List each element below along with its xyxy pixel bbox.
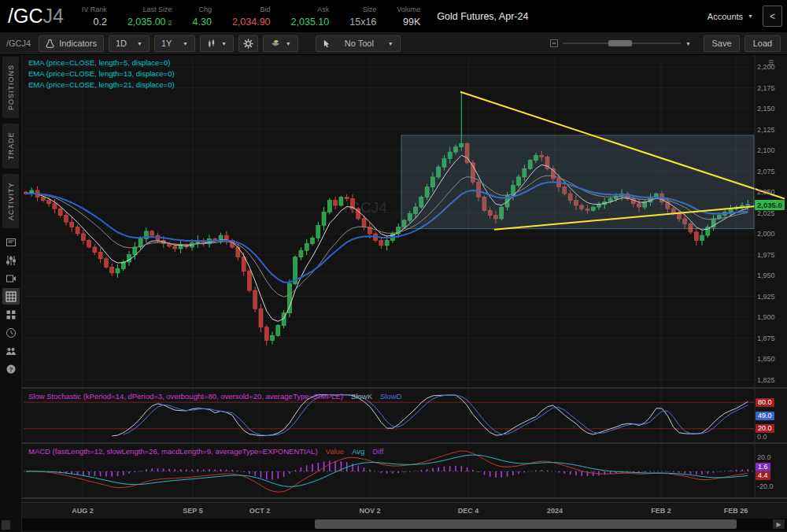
stochastic-title-row: Slow Stochastic (kPeriod=14, dPeriod=3, …	[28, 392, 401, 401]
macd-diff-badge: 1.6	[756, 463, 770, 471]
instrument-description: Gold Futures, Apr-24	[437, 11, 528, 22]
chart-settings-button[interactable]	[238, 35, 258, 52]
quote-field-label: Chg	[198, 6, 212, 13]
price-tick: 2,075	[757, 168, 775, 175]
price-tick: 1,900	[757, 313, 775, 321]
study-label-ema-13[interactable]: EMA (price=CLOSE, length=13, displace=0)	[28, 69, 175, 78]
symbol-title: /GCJ4	[8, 5, 64, 28]
quote-field-label: Last Size	[143, 6, 172, 13]
layers-icon	[270, 39, 281, 48]
date-tick: OCT 2	[249, 507, 271, 515]
chevron-down-icon: ▼	[748, 13, 753, 19]
range-dropdown[interactable]: 1Y▼	[154, 35, 195, 52]
dashboard-icon[interactable]	[2, 306, 20, 323]
drawing-tool-dropdown[interactable]: No Tool▼	[316, 35, 401, 52]
price-tick: 1,950	[757, 272, 775, 279]
sliders-icon[interactable]	[2, 252, 20, 268]
slowk-legend: SlowK	[351, 392, 372, 401]
stoch-oversold-badge: 20.0	[756, 424, 774, 433]
gear-icon	[243, 39, 253, 49]
quote-field-value: 2,034.90	[232, 17, 271, 28]
zoom-out-icon[interactable]	[550, 39, 558, 47]
history-clock-icon[interactable]	[2, 324, 20, 341]
scrollbar-right-arrow[interactable]: ▶	[773, 519, 785, 529]
timeframe-dropdown[interactable]: 1D▼	[109, 35, 150, 52]
stoch-zero-tick: 0.0	[757, 433, 767, 441]
chevron-down-icon: ▼	[221, 41, 227, 46]
macd-value-legend: Value	[326, 447, 345, 456]
price-tick: 2,200	[757, 63, 775, 71]
quote-field-value: 0.2	[93, 17, 106, 28]
quote-field-value: 2,035.002	[127, 17, 172, 28]
study-label-ema-5[interactable]: EMA (price=CLOSE, length=5, displace=0)	[28, 58, 170, 67]
collapse-panel-button[interactable]: <	[763, 6, 782, 27]
help-icon[interactable]: ?	[2, 360, 20, 377]
price-chart-svg[interactable]: /GCJ4	[22, 55, 787, 532]
save-button[interactable]: Save	[704, 35, 740, 52]
price-tick: 1,875	[757, 334, 775, 342]
macd-diff-legend: Diff	[372, 447, 383, 456]
scrollbar-thumb[interactable]	[315, 519, 737, 529]
chevron-down-icon[interactable]: ▼	[685, 41, 691, 46]
quote-field-ask: Ask2,035.10	[281, 6, 340, 28]
video-icon[interactable]	[2, 270, 20, 286]
indicators-button[interactable]: Indicators	[39, 35, 104, 52]
quote-field-value: 4.30	[193, 17, 212, 28]
main-region: POSITIONSTRADEACTIVITY ? /GCJ4 EMA (pric…	[0, 55, 787, 532]
quote-field-value: 99K	[403, 17, 420, 28]
chevron-down-icon: ▼	[388, 41, 394, 46]
price-tick: 1,850	[757, 355, 775, 363]
date-tick: FEB 26	[724, 507, 748, 515]
time-axis[interactable]: AUG 2SEP 5OCT 2NOV 2DEC 42024FEB 2FEB 26	[22, 502, 787, 519]
quote-field-label: Ask	[317, 6, 329, 13]
stochastic-study-label[interactable]: Slow Stochastic (kPeriod=14, dPeriod=3, …	[28, 392, 343, 401]
scrollbar-corner-box[interactable]	[2, 520, 10, 530]
stoch-overbought-badge: 80.0	[756, 398, 774, 407]
sidebar-tab-activity[interactable]: ACTIVITY	[2, 174, 19, 228]
chart-type-dropdown[interactable]: ▼	[200, 35, 234, 52]
chart-area[interactable]: /GCJ4 EMA (price=CLOSE, length=5, displa…	[22, 55, 787, 532]
community-icon[interactable]	[2, 342, 20, 359]
sidebar-tab-positions[interactable]: POSITIONS	[2, 57, 19, 118]
cursor-icon	[323, 39, 331, 48]
load-button[interactable]: Load	[745, 35, 781, 52]
date-tick: NOV 2	[359, 507, 380, 515]
macd-value-badge: 4.4	[756, 471, 770, 480]
macd-bottom-tick: -20.0	[757, 482, 774, 490]
price-tick: 1,925	[757, 293, 775, 301]
horizontal-scrollbar[interactable]: ▶	[22, 519, 787, 530]
flask-icon	[46, 39, 54, 48]
statement-icon[interactable]	[2, 234, 20, 250]
left-sidebar: POSITIONSTRADEACTIVITY ?	[0, 55, 22, 532]
quote-field-value: 2,035.10	[291, 17, 330, 28]
zoom-slider-thumb[interactable]	[608, 40, 632, 46]
trading-platform-window: /GCJ4 IV Rank0.2Last Size2,035.002Chg4.3…	[0, 0, 787, 532]
chart-style-dropdown[interactable]: ▼	[263, 35, 298, 52]
svg-text:?: ?	[9, 366, 13, 373]
quote-field-label: Size	[363, 6, 377, 13]
macd-study-label[interactable]: MACD (fastLength=12, slowLength=26, macd…	[28, 447, 318, 456]
quote-field-last-size: Last Size2,035.002	[117, 6, 183, 28]
date-tick: FEB 2	[651, 507, 671, 515]
price-tick: 2,175	[757, 84, 775, 92]
zoom-slider[interactable]	[563, 38, 681, 49]
date-tick: 2024	[547, 507, 563, 515]
stoch-current-badge: 49.0	[756, 412, 774, 420]
quote-fields: IV Rank0.2Last Size2,035.002Chg4.30Bid2,…	[72, 6, 430, 28]
price-tick: 2,150	[757, 105, 775, 113]
quote-field-label: Volume	[397, 6, 420, 13]
sidebar-tab-trade[interactable]: TRADE	[2, 124, 19, 168]
macd-avg-legend: Avg	[352, 447, 364, 456]
price-tick: 1,975	[757, 251, 775, 259]
accounts-menu[interactable]: Accounts▼	[708, 12, 753, 21]
quote-field-volume: Volume99K	[386, 6, 430, 28]
quote-field-label: IV Rank	[82, 6, 107, 13]
quote-field-chg: Chg4.30	[183, 6, 222, 28]
chart-toolbar: /GCJ4 Indicators 1D▼ 1Y▼ ▼ ▼ No Tool▼ ▼ …	[0, 32, 787, 55]
study-label-ema-21[interactable]: EMA (price=CLOSE, length=21, displace=0)	[28, 80, 175, 89]
chevron-down-icon: ▼	[183, 41, 188, 46]
toolbar-symbol-label: /GCJ4	[6, 39, 31, 48]
macd-top-tick: 20.0	[757, 453, 771, 461]
chart-grid-icon[interactable]	[2, 288, 20, 305]
quote-field-bid: Bid2,034.90	[222, 6, 281, 28]
